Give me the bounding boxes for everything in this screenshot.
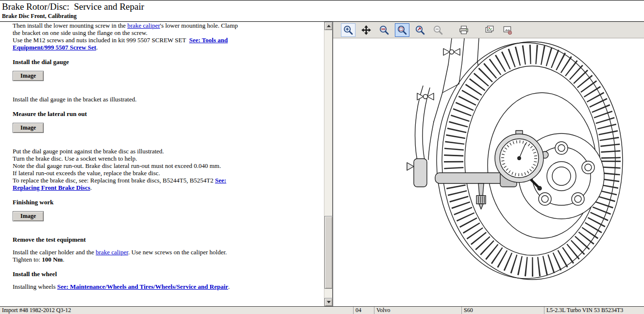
instruction-line: Turn the brake disc. Use a socket wrench… [13, 155, 245, 162]
status-code: 04 [353, 307, 374, 314]
svg-text:100: 100 [381, 28, 386, 31]
image-button[interactable]: Image [13, 211, 44, 221]
status-bar: Import #48 1982-2012 Q3-12 04 Volvo S60 … [0, 306, 644, 314]
paragraph-caliper-holder: Install the caliper holder and the brake… [13, 248, 245, 256]
zoom-window-icon [397, 25, 407, 35]
instruction-line-replace-disc: To replace the brake disc, see: Replacin… [13, 177, 245, 191]
text-run: . [90, 184, 92, 191]
scroll-up-button[interactable] [324, 22, 333, 30]
paragraph-screw-kit: Use the M12 screws and nuts included in … [13, 36, 245, 51]
pan-icon [361, 25, 372, 35]
text-run: Use the M12 screws and nuts included in … [13, 36, 189, 44]
heading-remove-test-equipment: Remove the test equipment [13, 236, 324, 243]
status-vehicle-make: Volvo [374, 307, 461, 314]
zoom-in-icon [343, 25, 354, 35]
text-run: . [63, 256, 64, 263]
heading-measure-lateral-runout: Measure the lateral run out [13, 110, 324, 117]
instruction-line: If lateral run-out exceeds the value, re… [13, 169, 245, 177]
text-run: . Use new screws on the caliper holder. [128, 248, 227, 256]
scroll-down-button[interactable] [324, 298, 333, 306]
text-run: To replace the brake disc, see: Replacin… [13, 177, 215, 184]
paragraph-torque: Tighten to: 100 Nm. [13, 256, 245, 263]
zoom-out-button[interactable] [431, 23, 445, 37]
page-header: Brake Rotor/Disc: Service and Repair Bra… [0, 0, 644, 22]
pan-button[interactable] [359, 23, 373, 37]
heading-finishing-work: Finishing work [13, 198, 324, 206]
brake-caliper-link[interactable]: brake caliper [127, 22, 160, 29]
status-vehicle-model: S60 [461, 307, 544, 314]
zoom-window-button[interactable] [395, 23, 409, 37]
diagram-viewport[interactable] [333, 38, 644, 306]
paragraph-mounting-screw: Then install the lower mounting screw in… [13, 22, 245, 36]
print-icon [458, 25, 469, 35]
zoom-dynamic-icon [415, 25, 425, 35]
image-toolbar: 100 [333, 22, 644, 38]
status-import-info: Import #48 1982-2012 Q3-12 [0, 307, 353, 314]
image-copy-button[interactable] [482, 23, 497, 37]
heading-install-wheel: Install the wheel [13, 270, 324, 278]
main-split: Then install the lower mounting screw in… [0, 22, 644, 306]
brake-caliper-link[interactable]: brake caliper [96, 248, 128, 256]
brake-disc-diagram [336, 38, 644, 306]
text-run: Installing wheels [13, 283, 57, 290]
image-settings-button[interactable] [500, 23, 515, 37]
up-arrow-icon [327, 25, 331, 27]
instruction-line: Note the dial gauge run-out. Brake disc … [13, 162, 245, 169]
text-run: Install the caliper holder and the [13, 248, 96, 256]
down-arrow-icon [327, 301, 331, 303]
image-panel: 100 [333, 22, 644, 306]
image-button[interactable]: Image [13, 123, 44, 133]
zoom-100-button[interactable]: 100 [377, 23, 391, 37]
image-copy-icon [484, 25, 495, 35]
vertical-scrollbar[interactable] [324, 22, 332, 306]
paragraph-installing-wheels: Installing wheels See: Maintenance/Wheel… [13, 283, 245, 290]
status-vehicle-engine: L5-2.3L Turbo VIN 53 B5234T3 [544, 307, 644, 314]
print-button[interactable] [457, 23, 471, 37]
image-settings-icon [502, 25, 513, 35]
text-run: . [96, 44, 98, 51]
text-run: Tighten to: [13, 256, 42, 263]
see-installing-wheels-link[interactable]: See: Maintenance/Wheels and Tires/Wheels… [57, 283, 228, 290]
page-title: Brake Rotor/Disc: Service and Repair [2, 1, 641, 13]
zoom-out-icon [433, 25, 443, 35]
image-button[interactable]: Image [13, 71, 44, 81]
paragraph-install-gauge: Install the dial gauge in the bracket as… [13, 96, 245, 103]
heading-install-dial-gauge: Install the dial gauge [13, 58, 324, 66]
document-content: Then install the lower mounting screw in… [0, 22, 324, 306]
zoom-in-button[interactable] [341, 23, 356, 37]
zoom-dynamic-button[interactable] [413, 23, 427, 37]
torque-value: 100 Nm [42, 256, 63, 263]
page-subtitle: Brake Disc Front, Calibrating [2, 13, 641, 20]
zoom-100-icon: 100 [379, 25, 390, 35]
document-panel: Then install the lower mounting screw in… [0, 22, 333, 306]
instruction-line: Put the dial gauge point against the bra… [13, 148, 245, 155]
scrollbar-thumb[interactable] [324, 216, 333, 289]
text-run: Then install the lower mounting screw in… [13, 22, 127, 29]
text-run: . [228, 283, 230, 290]
